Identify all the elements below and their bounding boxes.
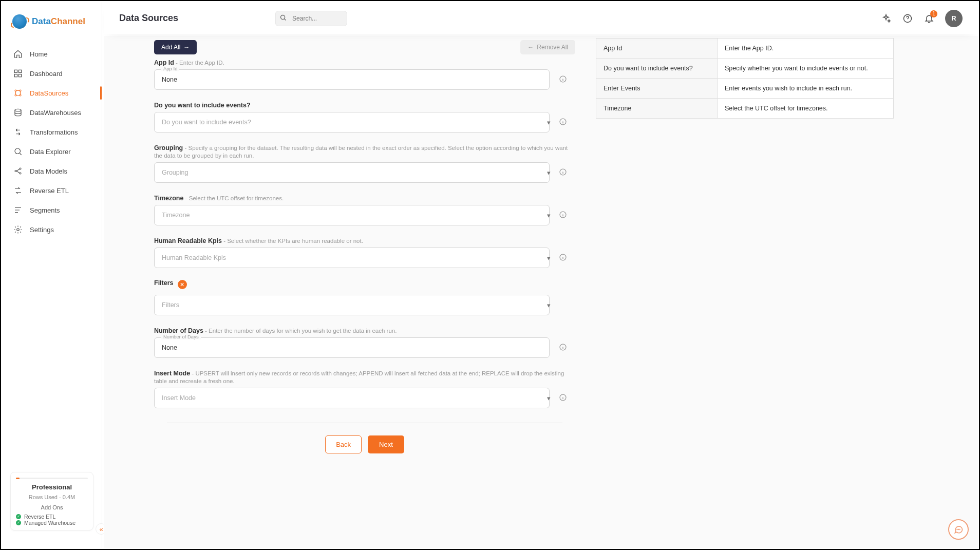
help-key: Timezone [596, 99, 718, 119]
field-desc: - UPSERT will insert only new records or… [154, 370, 564, 384]
field-label: App Id [154, 59, 174, 66]
field-label: Grouping [154, 144, 183, 151]
svg-point-10 [15, 170, 16, 172]
page-title: Data Sources [119, 13, 178, 24]
info-icon[interactable] [559, 393, 567, 403]
dashboard-icon [13, 69, 23, 78]
info-icon[interactable] [559, 75, 567, 85]
sidebar-item-label: DataSources [30, 89, 68, 97]
info-icon[interactable] [559, 118, 567, 127]
float-label: App Id [161, 66, 179, 71]
bell-icon[interactable]: 1 [924, 13, 935, 24]
field-include-events: Do you want to include events? Do you wa… [154, 101, 575, 132]
include-events-select[interactable]: Do you want to include events? [154, 112, 550, 132]
header: Data Sources 1 R [104, 2, 978, 34]
help-icon[interactable] [902, 13, 913, 24]
form-column: Add All → ← Remove All App Id - Enter th… [118, 38, 575, 453]
check-icon: ✓ [16, 514, 21, 519]
avatar[interactable]: R [945, 10, 963, 27]
sidebar-nav: Home Dashboard DataSources DataWarehouse… [2, 44, 102, 239]
field-num-days: Number of Days - Enter the number of day… [154, 327, 575, 358]
sidebar-item-dashboard[interactable]: Dashboard [2, 64, 102, 83]
plan-card: Professional Rows Used - 0.4M Add Ons ✓R… [10, 472, 93, 530]
table-row: Enter EventsEnter events you wish to inc… [596, 79, 894, 99]
main-content: Add All → ← Remove All App Id - Enter th… [104, 36, 978, 548]
brand-logo[interactable]: DataChannel [2, 2, 102, 41]
next-button[interactable]: Next [368, 435, 404, 453]
chat-button[interactable] [948, 519, 969, 540]
remove-all-button[interactable]: ← Remove All [520, 40, 575, 54]
sidebar-item-home[interactable]: Home [2, 44, 102, 64]
insert-mode-select[interactable]: Insert Mode [154, 388, 550, 408]
sidebar-item-label: Settings [30, 226, 54, 234]
arrow-left-icon: ← [527, 44, 534, 51]
field-desc: - Select whether the KPIs are human read… [222, 238, 363, 244]
field-label: Insert Mode [154, 370, 190, 377]
sidebar-item-reverseetl[interactable]: Reverse ETL [2, 181, 102, 200]
check-icon: ✓ [16, 520, 21, 525]
gear-icon [13, 225, 23, 234]
sidebar-item-label: Data Models [30, 167, 67, 175]
help-value: Select the UTC offset for timezones. [718, 99, 894, 119]
sidebar-item-datamodels[interactable]: Data Models [2, 161, 102, 181]
segments-icon [13, 205, 23, 215]
info-icon[interactable] [559, 343, 567, 353]
num-days-input[interactable] [154, 337, 550, 358]
help-panel: App IdEnter the App ID. Do you want to i… [596, 38, 968, 453]
field-label: Filters [154, 279, 174, 287]
sidebar: DataChannel Home Dashboard DataSources D… [2, 2, 102, 548]
warehouse-icon [13, 108, 23, 117]
addon-item: ✓Managed Warehouse [16, 520, 88, 526]
sidebar-item-dataexplorer[interactable]: Data Explorer [2, 142, 102, 161]
app-id-input[interactable] [154, 69, 550, 90]
filters-select[interactable]: Filters [154, 295, 550, 315]
field-label: Timezone [154, 195, 183, 202]
sidebar-item-transformations[interactable]: Transformations [2, 122, 102, 142]
field-grouping: Grouping - Specify a grouping for the da… [154, 144, 575, 183]
field-label: Human Readable Kpis [154, 237, 222, 244]
sidebar-item-datawarehouses[interactable]: DataWarehouses [2, 103, 102, 122]
svg-point-12 [20, 173, 21, 174]
field-filters: Filters ✕ Filters ▾ [154, 279, 575, 315]
add-all-button[interactable]: Add All → [154, 40, 197, 54]
datasources-icon [13, 88, 23, 98]
sidebar-item-settings[interactable]: Settings [2, 220, 102, 239]
field-insert-mode: Insert Mode - UPSERT will insert only ne… [154, 369, 575, 408]
divider [167, 423, 562, 423]
sidebar-item-label: Reverse ETL [30, 187, 69, 195]
brand-text: DataChannel [32, 16, 85, 27]
info-icon[interactable] [559, 253, 567, 263]
field-kpis: Human Readable Kpis - Select whether the… [154, 237, 575, 268]
explorer-icon [13, 147, 23, 156]
sparkle-icon[interactable] [880, 13, 892, 24]
info-icon[interactable] [559, 168, 567, 178]
reverse-etl-icon [13, 186, 23, 195]
field-app-id: App Id - Enter the App ID. App Id [154, 59, 575, 90]
svg-point-5 [20, 90, 21, 91]
form-toolbar: Add All → ← Remove All [154, 40, 575, 54]
field-desc: - Select the UTC offset for timezones. [183, 195, 284, 201]
remove-filter-button[interactable]: ✕ [178, 280, 187, 289]
timezone-select[interactable]: Timezone [154, 205, 550, 225]
usage-bar [16, 478, 88, 479]
back-button[interactable]: Back [325, 435, 362, 453]
kpis-select[interactable]: Human Readable Kpis [154, 248, 550, 268]
grouping-select[interactable]: Grouping [154, 162, 550, 183]
sidebar-item-label: Segments [30, 206, 60, 214]
sidebar-item-datasources[interactable]: DataSources [2, 83, 102, 103]
field-desc: - Enter the number of days for which you… [203, 328, 397, 334]
sidebar-item-segments[interactable]: Segments [2, 200, 102, 220]
arrow-right-icon: → [183, 44, 190, 51]
field-label: Number of Days [154, 327, 203, 334]
field-desc: - Enter the App ID. [174, 60, 224, 66]
brand-globe-icon [12, 14, 27, 29]
models-icon [13, 166, 23, 176]
svg-point-8 [15, 109, 21, 111]
transform-icon [13, 127, 23, 137]
info-icon[interactable] [559, 211, 567, 220]
svg-rect-3 [19, 74, 22, 77]
help-key: Enter Events [596, 79, 718, 99]
help-value: Specify whether you want to include even… [718, 59, 894, 79]
plan-name: Professional [16, 483, 88, 491]
plan-addons-label: Add Ons [16, 504, 88, 510]
